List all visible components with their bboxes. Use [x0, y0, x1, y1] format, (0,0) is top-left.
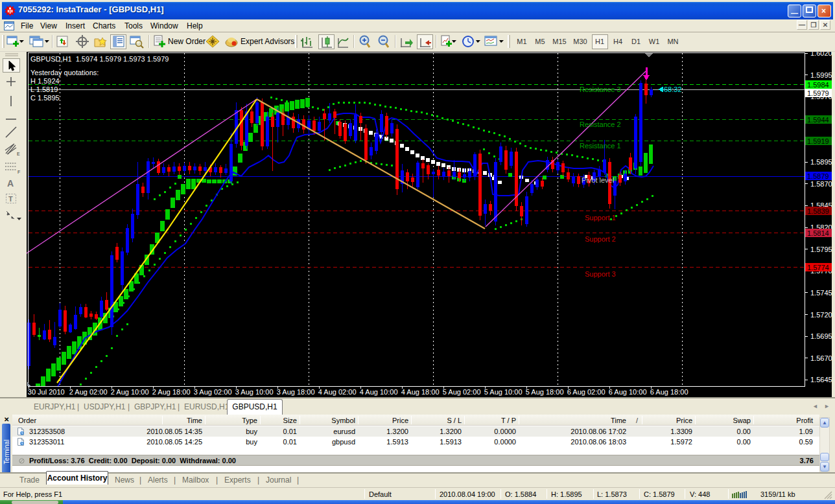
- svg-text:1.5774: 1.5774: [807, 264, 829, 271]
- svg-text:Resistance 2: Resistance 2: [580, 120, 621, 128]
- svg-text:MN: MN: [667, 38, 678, 45]
- svg-text:1.5870: 1.5870: [810, 180, 832, 188]
- svg-text:68:32: 68:32: [664, 86, 682, 93]
- svg-text:Yesterday quotations:: Yesterday quotations:: [30, 69, 99, 76]
- svg-text:1.5720: 1.5720: [810, 311, 832, 319]
- svg-text:2 Aug 10:00: 2 Aug 10:00: [111, 388, 149, 396]
- svg-text:1.5839: 1.5839: [807, 207, 829, 215]
- svg-text:5 Aug 10:00: 5 Aug 10:00: [484, 388, 523, 396]
- svg-text:4 Aug 18:00: 4 Aug 18:00: [401, 388, 440, 396]
- svg-text:H1: H1: [595, 38, 604, 45]
- svg-text:1.5645: 1.5645: [810, 376, 832, 384]
- svg-text:4 Aug 10:00: 4 Aug 10:00: [360, 388, 398, 396]
- svg-text:1.5944: 1.5944: [807, 116, 829, 124]
- svg-text:Support 1: Support 1: [585, 214, 616, 222]
- svg-text:M1: M1: [517, 38, 526, 45]
- svg-text:Expert Advisors: Expert Advisors: [241, 37, 294, 46]
- svg-text:1.6020: 1.6020: [810, 52, 832, 57]
- svg-text:M30: M30: [573, 38, 587, 45]
- svg-text:1.5895: 1.5895: [810, 158, 832, 166]
- svg-text:Support 3: Support 3: [585, 270, 616, 278]
- svg-text:1.5795: 1.5795: [810, 246, 832, 253]
- svg-text:1.5879: 1.5879: [807, 172, 829, 180]
- svg-text:H4: H4: [613, 38, 622, 45]
- svg-text:H 1.5924: H 1.5924: [30, 77, 60, 85]
- svg-text:5 Aug 02:00: 5 Aug 02:00: [443, 388, 481, 396]
- svg-text:3 Aug 18:00: 3 Aug 18:00: [277, 388, 315, 396]
- svg-text:3 Aug 02:00: 3 Aug 02:00: [194, 388, 232, 396]
- svg-text:M15: M15: [552, 38, 566, 45]
- svg-text:5 Aug 18:00: 5 Aug 18:00: [526, 388, 564, 396]
- svg-text:1.5814: 1.5814: [807, 229, 829, 237]
- svg-text:1.5745: 1.5745: [810, 289, 832, 297]
- svg-text:2 Aug 02:00: 2 Aug 02:00: [69, 388, 108, 396]
- svg-text:1.5984: 1.5984: [807, 81, 829, 89]
- svg-text:New Order: New Order: [168, 37, 206, 46]
- svg-text:Resistance 3: Resistance 3: [580, 86, 621, 93]
- svg-text:1.5695: 1.5695: [810, 332, 832, 340]
- svg-text:30 Jul 2010: 30 Jul 2010: [28, 388, 65, 396]
- svg-text:Resistance 1: Resistance 1: [580, 142, 621, 150]
- svg-text:D1: D1: [631, 38, 641, 45]
- svg-text:F: F: [18, 170, 20, 174]
- svg-text:1.5979: 1.5979: [807, 89, 829, 97]
- svg-text:6 Aug 02:00: 6 Aug 02:00: [567, 388, 606, 396]
- svg-text:Support 2: Support 2: [585, 235, 616, 243]
- svg-text:GBPUSD,H1 1.5974 1.5979 1.597: GBPUSD,H1 1.5974 1.5979 1.5973 1.5979: [30, 55, 169, 63]
- svg-text:2 Aug 18:00: 2 Aug 18:00: [152, 388, 191, 396]
- svg-text:A: A: [7, 178, 14, 189]
- svg-text:T: T: [8, 195, 13, 203]
- svg-text:C 1.5895: C 1.5895: [30, 94, 60, 102]
- svg-text:Pivot level: Pivot level: [582, 176, 614, 184]
- svg-text:M5: M5: [535, 38, 545, 45]
- svg-text:4 Aug 02:00: 4 Aug 02:00: [318, 388, 357, 396]
- svg-text:1.5670: 1.5670: [810, 354, 832, 362]
- svg-text:6 Aug 10:00: 6 Aug 10:00: [609, 388, 647, 396]
- svg-text:3 Aug 10:00: 3 Aug 10:00: [235, 388, 274, 396]
- svg-text:1.5995: 1.5995: [810, 71, 832, 79]
- svg-text:E: E: [17, 152, 20, 156]
- svg-text:1.5919: 1.5919: [807, 137, 829, 145]
- svg-text:W1: W1: [649, 38, 660, 45]
- svg-text:6 Aug 18:00: 6 Aug 18:00: [650, 388, 688, 396]
- svg-text:L 1.5819: L 1.5819: [30, 86, 58, 93]
